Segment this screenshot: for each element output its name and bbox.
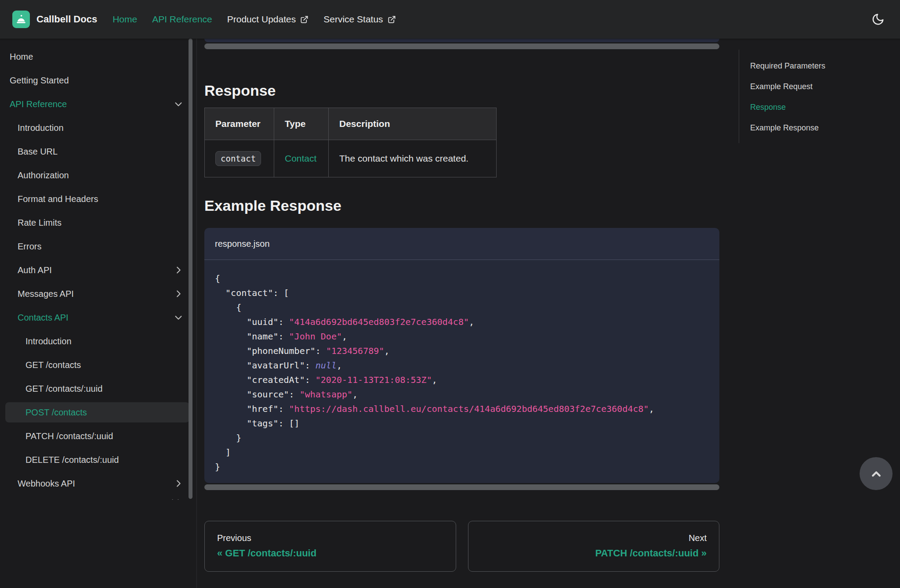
- nav-link-api-reference[interactable]: API Reference: [145, 0, 220, 39]
- external-link-icon: [300, 15, 308, 24]
- main-content: Response ParameterTypeDescription contac…: [204, 39, 719, 572]
- previous-label: Previous: [217, 533, 443, 543]
- sidebar-item-label: Home: [10, 52, 33, 62]
- next-page-card[interactable]: Next PATCH /contacts/:uuid »: [468, 521, 720, 572]
- nav-link-label: Service Status: [323, 14, 383, 25]
- chevron-down-icon: [174, 313, 183, 322]
- sidebar-item-label: Base URL: [18, 147, 58, 157]
- toc-item-required-parameters[interactable]: Required Parameters: [750, 61, 890, 71]
- sidebar-item-home[interactable]: Home: [5, 47, 189, 67]
- sidebar-item-label: GET /contacts: [25, 360, 81, 370]
- chevron-up-icon: [869, 466, 884, 481]
- previous-code-block-remnant: [204, 39, 719, 42]
- code-line: {: [215, 300, 709, 315]
- sidebar-item-base-url[interactable]: Base URL: [5, 141, 189, 162]
- toc-item-example-response[interactable]: Example Response: [750, 123, 890, 133]
- nav-link-label: Product Updates: [227, 14, 296, 25]
- sidebar-item-delete-contacts-uuid[interactable]: DELETE /contacts/:uuid: [5, 450, 189, 470]
- chevron-right-icon: [174, 479, 183, 488]
- previous-page-link: « GET /contacts/:uuid: [217, 548, 443, 559]
- sidebar-item-patch-contacts-uuid[interactable]: PATCH /contacts/:uuid: [5, 426, 189, 446]
- code-line: "phoneNumber": "123456789",: [215, 344, 709, 358]
- previous-page-card[interactable]: Previous « GET /contacts/:uuid: [204, 521, 456, 572]
- example-response-heading: Example Response: [204, 197, 719, 215]
- sidebar: HomeGetting StartedAPI ReferenceIntroduc…: [0, 39, 197, 588]
- nav-link-product-updates[interactable]: Product Updates: [220, 0, 316, 39]
- navbar: Callbell Docs HomeAPI ReferenceProduct U…: [0, 0, 900, 39]
- sidebar-item-post-contacts[interactable]: POST /contacts: [5, 402, 189, 422]
- next-page-link: PATCH /contacts/:uuid »: [481, 548, 707, 559]
- nav-link-label: Home: [112, 14, 137, 25]
- chevron-right-icon: [174, 289, 183, 299]
- sidebar-item-label: Introduction: [25, 336, 72, 346]
- code-block-content: { "contact": [ { "uuid": "414a6d692bd645…: [204, 260, 719, 483]
- code-line: "source": "whatsapp",: [215, 387, 709, 402]
- code-line: "name": "John Doe",: [215, 329, 709, 344]
- table-header-parameter: Parameter: [205, 108, 274, 140]
- toc-item-example-request[interactable]: Example Request: [750, 82, 890, 91]
- description-cell: The contact which was created.: [329, 140, 497, 177]
- code-line: }: [215, 431, 709, 445]
- code-line: "uuid": "414a6d692bd645ed803f2e7ce360d4c…: [215, 315, 709, 329]
- sidebar-menu: HomeGetting StartedAPI ReferenceIntroduc…: [5, 47, 196, 494]
- response-parameters-table: ParameterTypeDescription contactContactT…: [204, 108, 497, 177]
- sidebar-item-label: Errors: [18, 242, 41, 252]
- parameter-cell: contact: [205, 140, 274, 177]
- moon-icon: [871, 13, 885, 26]
- sidebar-item-introduction[interactable]: Introduction: [5, 331, 189, 351]
- example-response-code-block: response.json { "contact": [ { "uuid": "…: [204, 228, 719, 483]
- sidebar-item-errors[interactable]: Errors: [5, 236, 189, 256]
- sidebar-item-format-and-headers[interactable]: Format and Headers: [5, 189, 189, 209]
- code-block-filename: response.json: [204, 228, 719, 260]
- bell-icon: [15, 14, 27, 25]
- sidebar-item-webhooks-api[interactable]: Webhooks API: [5, 473, 189, 494]
- external-link-icon: [388, 15, 396, 24]
- nav-link-home[interactable]: Home: [105, 0, 145, 39]
- nav-link-label: API Reference: [152, 14, 212, 25]
- sidebar-item-label: DELETE /contacts/:uuid: [25, 455, 119, 465]
- sidebar-item-label: Authorization: [18, 170, 69, 180]
- sidebar-item-get-contacts[interactable]: GET /contacts: [5, 355, 189, 375]
- sidebar-item-contacts-api[interactable]: Contacts API: [5, 307, 189, 328]
- type-link-contact[interactable]: Contact: [285, 153, 316, 163]
- scroll-to-top-button[interactable]: [860, 457, 893, 490]
- sidebar-item-api-reference[interactable]: API Reference: [5, 94, 189, 114]
- nav-link-service-status[interactable]: Service Status: [316, 0, 403, 39]
- code-line: "avatarUrl": null,: [215, 358, 709, 373]
- sidebar-item-introduction[interactable]: Introduction: [5, 118, 189, 138]
- table-header-description: Description: [329, 108, 497, 140]
- sidebar-item-messages-api[interactable]: Messages API: [5, 284, 189, 304]
- toc-item-response[interactable]: Response: [750, 102, 890, 112]
- code-line: {: [215, 271, 709, 286]
- sidebar-item-label: Format and Headers: [18, 194, 98, 204]
- sidebar-item-label: POST /contacts: [25, 408, 87, 418]
- sidebar-item-rate-limits[interactable]: Rate Limits: [5, 213, 189, 233]
- response-heading: Response: [204, 82, 719, 100]
- table-header-row: ParameterTypeDescription: [205, 108, 497, 140]
- code-line: "tags": []: [215, 416, 709, 431]
- sidebar-scrollbar[interactable]: [189, 39, 192, 499]
- parameter-code: contact: [215, 151, 261, 166]
- brand[interactable]: Callbell Docs: [12, 11, 97, 28]
- code-horizontal-scrollbar-top[interactable]: [204, 43, 719, 49]
- sidebar-item-label: API Reference: [10, 99, 67, 109]
- code-horizontal-scrollbar-bottom[interactable]: [204, 484, 719, 490]
- table-header-type: Type: [274, 108, 329, 140]
- theme-toggle-button[interactable]: [868, 10, 888, 29]
- sidebar-item-auth-api[interactable]: Auth API: [5, 260, 189, 280]
- page: { "navbar": { "brand": "Callbell Docs", …: [0, 0, 900, 588]
- code-line: "href": "https://dash.callbell.eu/contac…: [215, 402, 709, 416]
- next-label: Next: [481, 533, 707, 543]
- sidebar-item-getting-started[interactable]: Getting Started: [5, 70, 189, 90]
- sidebar-item-label: Webhooks API: [18, 479, 75, 489]
- pagination: Previous « GET /contacts/:uuid Next PATC…: [204, 521, 719, 572]
- sidebar-item-get-contacts-uuid[interactable]: GET /contacts/:uuid: [5, 379, 189, 399]
- type-cell: Contact: [274, 140, 329, 177]
- sidebar-item-label: GET /contacts/:uuid: [25, 384, 102, 394]
- sidebar-item-label: Rate Limits: [18, 218, 62, 228]
- sidebar-item-label: Auth API: [18, 265, 52, 275]
- chevron-right-icon: [174, 265, 183, 275]
- sidebar-item-authorization[interactable]: Authorization: [5, 165, 189, 185]
- logo: [12, 11, 30, 28]
- sidebar-item-label: Introduction: [18, 123, 64, 133]
